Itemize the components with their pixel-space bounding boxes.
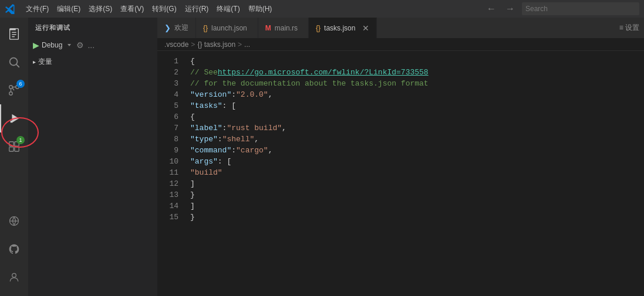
sidebar-item-source-control[interactable]: 6: [0, 76, 28, 104]
menu-goto[interactable]: 转到(G): [149, 3, 180, 15]
welcome-tab-icon: ❯: [164, 23, 171, 32]
tabs-overflow-settings[interactable]: ≡ 设置: [615, 18, 644, 38]
tasks-json-label: tasks.json: [324, 24, 355, 32]
breadcrumb: .vscode > {} tasks.json > ...: [157, 38, 644, 51]
menu-bar: 文件(F) 编辑(E) 选择(S) 查看(V) 转到(G) 运行(R) 终端(T…: [22, 3, 275, 15]
line-number: 11: [157, 167, 178, 178]
code-segment: ,: [268, 89, 273, 100]
line-number: 1: [157, 56, 178, 67]
sidebar-item-files[interactable]: [0, 20, 28, 48]
code-segment: "shell": [222, 134, 255, 145]
title-bar-left: 文件(F) 编辑(E) 选择(S) 查看(V) 转到(G) 运行(R) 终端(T…: [5, 3, 275, 15]
activity-bar-bottom: [0, 207, 28, 296]
launch-json-label: launch.json: [211, 24, 247, 32]
code-line: ]: [190, 200, 644, 212]
code-content[interactable]: { // See https://go.microsoft.com/fwlink…: [186, 51, 644, 296]
code-segment: {: [190, 111, 195, 123]
code-segment: : [: [222, 100, 236, 111]
sidebar-item-run-debug[interactable]: [0, 104, 28, 132]
menu-file[interactable]: 文件(F): [22, 3, 52, 15]
tab-main-rs[interactable]: M main.rs: [258, 18, 309, 38]
code-segment: :: [231, 89, 236, 100]
variables-header[interactable]: ▸ 变量: [28, 55, 157, 69]
line-number: 3: [157, 78, 178, 89]
tab-welcome[interactable]: ❯ 欢迎: [157, 18, 196, 38]
tabs-bar: ❯ 欢迎 {} launch.json M main.rs {} tasks.j…: [157, 18, 644, 38]
tabs-overflow-label: ≡ 设置: [619, 23, 639, 33]
svg-rect-12: [9, 142, 14, 146]
debug-more-icon[interactable]: ...: [87, 40, 95, 50]
title-search-input[interactable]: [522, 2, 639, 15]
sidebar-item-extensions[interactable]: 1: [0, 132, 28, 161]
breadcrumb-sep-1: >: [191, 40, 195, 49]
menu-view[interactable]: 查看(V): [117, 3, 147, 15]
code-segment: "command": [190, 145, 231, 156]
line-numbers: 123456789101112131415: [157, 51, 186, 296]
code-segment: :: [218, 134, 222, 145]
code-line: ]: [190, 178, 644, 189]
breadcrumb-tasks-json: {} tasks.json: [197, 40, 235, 49]
code-segment: "version": [190, 89, 231, 100]
line-number: 12: [157, 178, 178, 189]
code-segment: // See: [190, 67, 218, 78]
code-segment: "build": [190, 167, 222, 178]
code-segment: ,: [268, 145, 273, 156]
code-segment: {: [190, 56, 195, 67]
accounts-icon[interactable]: [0, 263, 28, 291]
sidebar-item-search[interactable]: [0, 48, 28, 76]
tab-launch-json[interactable]: {} launch.json: [196, 18, 258, 38]
sidebar-title: 运行和调试: [28, 18, 157, 38]
menu-select[interactable]: 选择(S): [85, 3, 116, 15]
code-segment: }: [190, 212, 195, 223]
code-segment: "rust build": [227, 123, 282, 134]
debug-label: Debug: [42, 41, 62, 49]
welcome-tab-label: 欢迎: [174, 23, 188, 33]
menu-edit[interactable]: 编辑(E): [53, 3, 84, 15]
github-icon[interactable]: [0, 235, 28, 263]
code-line: }: [190, 212, 644, 223]
menu-help[interactable]: 帮助(H): [245, 3, 276, 15]
line-number: 10: [157, 156, 178, 167]
code-segment: "cargo": [236, 145, 268, 156]
breadcrumb-sep-2: >: [238, 40, 242, 49]
code-line: "build": [190, 167, 644, 178]
svg-point-17: [12, 273, 16, 277]
line-number: 5: [157, 100, 178, 111]
code-segment: "type": [190, 134, 218, 145]
debug-play-icon: ▶: [33, 40, 39, 50]
code-line: }: [190, 189, 644, 200]
svg-point-7: [9, 86, 13, 89]
nav-forward-button[interactable]: →: [503, 2, 517, 15]
extensions-badge: 1: [16, 136, 25, 144]
sidebar-title-label: 运行和调试: [35, 23, 70, 32]
code-line: "command": "cargo",: [190, 145, 644, 156]
title-bar-right: ← →: [484, 2, 639, 15]
code-line: {: [190, 56, 644, 67]
debug-gear-icon[interactable]: ⚙: [76, 40, 84, 50]
editor-area: ❯ 欢迎 {} launch.json M main.rs {} tasks.j…: [157, 18, 644, 296]
main-layout: 6 1: [0, 18, 644, 296]
remote-icon[interactable]: [0, 207, 28, 235]
menu-run[interactable]: 运行(R): [181, 3, 213, 15]
code-segment: "args": [190, 156, 218, 167]
variables-label: 变量: [38, 57, 52, 67]
activity-bar: 6 1: [0, 18, 28, 296]
launch-json-icon: {}: [203, 24, 208, 32]
tab-tasks-json[interactable]: {} tasks.json ✕: [309, 18, 377, 38]
code-editor[interactable]: 123456789101112131415 { // See https://g…: [157, 51, 644, 296]
tasks-json-icon: {}: [316, 24, 321, 32]
breadcrumb-ellipsis: ...: [244, 40, 250, 49]
source-control-badge: 6: [16, 80, 25, 88]
debug-play-button[interactable]: ▶ Debug: [33, 40, 62, 50]
code-line: "label": "rust build",: [190, 123, 644, 134]
tasks-json-close-button[interactable]: ✕: [362, 23, 369, 33]
code-segment: : [: [218, 156, 231, 167]
code-segment: ]: [190, 200, 195, 212]
code-segment: https://go.microsoft.com/fwlink/?LinkId=…: [218, 67, 429, 78]
code-line: {: [190, 111, 644, 123]
menu-terminal[interactable]: 终端(T): [213, 3, 243, 15]
code-segment: // for the documentation about the tasks…: [190, 78, 429, 89]
nav-back-button[interactable]: ←: [484, 2, 498, 15]
code-line: // for the documentation about the tasks…: [190, 78, 644, 89]
line-number: 13: [157, 189, 178, 200]
